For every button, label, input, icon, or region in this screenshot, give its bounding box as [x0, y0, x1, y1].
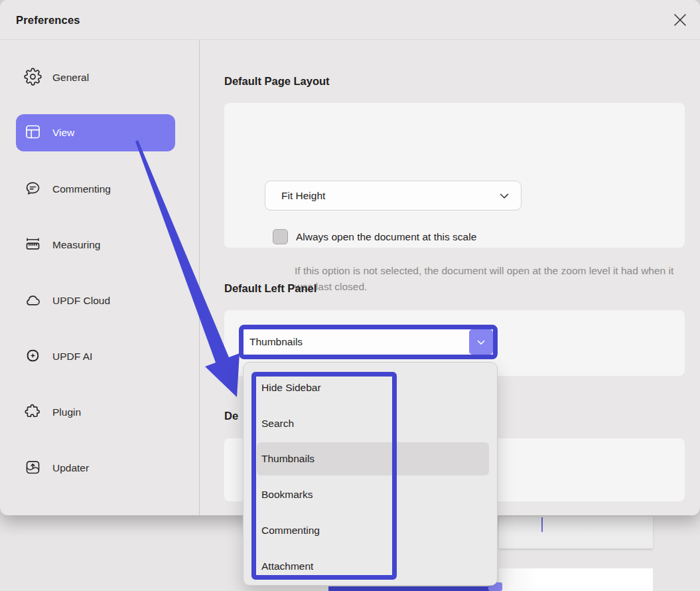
- dropdown-item-thumbnails[interactable]: Thumbnails: [257, 442, 489, 475]
- updater-icon: [24, 458, 42, 479]
- background-text-cursor: [541, 517, 543, 532]
- speech-bubble-icon: [24, 179, 42, 200]
- sidebar-item-general[interactable]: General: [16, 59, 175, 96]
- page-layout-card: Fit Height Always open the document at t…: [224, 103, 685, 248]
- dropdown-item-attachment[interactable]: Attachment: [257, 550, 489, 583]
- sidebar-item-label: Commenting: [52, 183, 111, 195]
- background-page: [499, 568, 653, 591]
- section-heading-left-panel: Default Left Panel: [224, 282, 316, 295]
- sidebar-item-plugin[interactable]: Plugin: [16, 394, 175, 431]
- sidebar-item-label: General: [52, 72, 89, 84]
- sidebar-item-label: Plugin: [52, 406, 81, 418]
- dropdown-item-bookmarks[interactable]: Bookmarks: [257, 478, 489, 511]
- ruler-icon: [24, 235, 42, 256]
- titlebar: Preferences: [0, 0, 700, 40]
- dialog-title: Preferences: [16, 14, 80, 27]
- dropdown-item-commenting[interactable]: Commenting: [257, 514, 489, 547]
- close-icon: [673, 13, 687, 29]
- sidebar-item-commenting[interactable]: Commenting: [16, 171, 175, 208]
- sidebar-item-view[interactable]: View: [16, 114, 175, 151]
- left-panel-select-dropdown-button[interactable]: [469, 329, 493, 355]
- page-layout-select-value: Fit Height: [281, 190, 325, 202]
- page-layout-select[interactable]: Fit Height: [265, 181, 522, 211]
- gear-icon: [24, 68, 42, 88]
- section-heading-partially-hidden: De: [224, 410, 242, 422]
- chevron-down-icon: [500, 190, 509, 202]
- page-layout-description: If this option is not selected, the docu…: [295, 263, 676, 295]
- left-panel-select[interactable]: Thumbnails: [244, 329, 493, 355]
- ai-sparkle-icon: [24, 347, 42, 367]
- sidebar: General View Commenting: [0, 41, 200, 515]
- puzzle-icon: [24, 402, 42, 423]
- sidebar-item-updater[interactable]: Updater: [16, 450, 175, 487]
- sidebar-item-label: UPDF AI: [52, 351, 92, 363]
- background-annotation-bar: [328, 586, 491, 591]
- dropdown-item-hide-sidebar[interactable]: Hide Sidebar: [257, 371, 489, 404]
- background-window-edge: [499, 517, 653, 549]
- cloud-icon: [24, 291, 42, 311]
- chevron-down-icon: [477, 337, 485, 347]
- sidebar-item-label: UPDF Cloud: [52, 295, 110, 307]
- always-open-checkbox[interactable]: [273, 229, 288, 244]
- sidebar-item-updf-cloud[interactable]: UPDF Cloud: [16, 282, 175, 319]
- dropdown-item-search[interactable]: Search: [257, 407, 489, 440]
- close-button[interactable]: [669, 10, 691, 31]
- section-heading-page-layout: Default Page Layout: [224, 75, 330, 88]
- layout-icon: [24, 123, 42, 143]
- sidebar-item-label: View: [52, 127, 74, 139]
- sidebar-item-label: Updater: [52, 462, 89, 474]
- always-open-checkbox-label: Always open the document at this scale: [296, 231, 476, 243]
- left-panel-select-annotation: Thumbnails: [239, 325, 498, 359]
- left-panel-dropdown-menu: Hide Sidebar Search Thumbnails Bookmarks…: [243, 362, 498, 586]
- sidebar-item-updf-ai[interactable]: UPDF AI: [16, 338, 175, 375]
- left-panel-select-value: Thumbnails: [244, 336, 303, 348]
- sidebar-item-label: Measuring: [52, 239, 100, 251]
- sidebar-item-measuring[interactable]: Measuring: [16, 226, 175, 264]
